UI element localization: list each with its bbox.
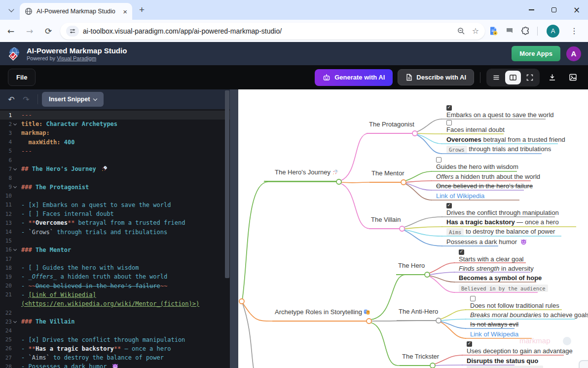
checkbox-unchecked[interactable] — [446, 120, 452, 125]
browser-profile-avatar[interactable]: A — [547, 25, 559, 38]
browser-menu-icon[interactable]: ⋮ — [570, 26, 578, 36]
user-avatar[interactable]: A — [566, 46, 581, 61]
wikipedia-link[interactable]: Link of Wikipedia — [436, 192, 484, 200]
download-button[interactable] — [544, 70, 560, 85]
mindmap-node-label[interactable]: The Villain — [371, 216, 401, 223]
markmap-brand-corner[interactable] — [579, 360, 588, 368]
node-circle[interactable] — [436, 318, 441, 323]
editor-line: 11- [x] Embarks on a quest to save the w… — [0, 201, 230, 209]
checkbox-unchecked[interactable] — [470, 296, 476, 301]
node-circle[interactable] — [430, 363, 435, 368]
zoom-out-icon[interactable] — [457, 27, 465, 35]
checkbox-checked[interactable] — [467, 341, 472, 347]
node-circle[interactable] — [412, 131, 417, 136]
leaf-text: Drives the conflict through manipulation — [446, 209, 559, 216]
mindmap-node-label[interactable]: The Protagonist — [369, 121, 414, 128]
bookmark-star-icon[interactable]: ☆ — [472, 26, 479, 36]
redo-button[interactable]: ↷ — [19, 95, 34, 104]
address-bar[interactable]: ai-toolbox.visual-paradigm.com/app/ai-po… — [60, 23, 485, 40]
undo-button[interactable]: ↶ — [4, 95, 19, 104]
code-editor[interactable]: 1---2title: Character Archetypes3markmap… — [0, 109, 230, 368]
rocket-emoji — [332, 169, 338, 175]
mindmap-canvas[interactable]: The Hero's JourneyThe ProtagonistThe Men… — [238, 89, 588, 368]
node-circle[interactable] — [336, 179, 341, 184]
checkbox-unchecked[interactable] — [436, 157, 441, 163]
fullscreen-view-button[interactable] — [522, 71, 538, 84]
label-extension-icon[interactable] — [505, 27, 514, 36]
line-content: - ~~Once believed in the hero's failure~… — [21, 283, 167, 289]
fold-toggle[interactable] — [12, 168, 18, 170]
chevron-down-icon — [13, 185, 17, 188]
describe-with-ai-button[interactable]: Describe with AI — [398, 69, 474, 85]
line-number: 20 — [0, 283, 12, 289]
mindmap-node-label[interactable]: The Hero — [398, 262, 425, 269]
editor-line: (<https://en.wikipedia.org/wiki/Mentor_(… — [0, 299, 230, 308]
fold-toggle[interactable] — [12, 249, 18, 250]
wikipedia-link[interactable]: Link of Wikipedia — [470, 330, 518, 338]
root-node-circle[interactable] — [239, 299, 244, 304]
editor-line: 2title: Character Archetypes — [0, 120, 230, 128]
mindmap-node-label[interactable]: The Trickster — [402, 353, 439, 360]
mindmap-node-label[interactable]: The Mentor — [371, 169, 404, 177]
leaf-text: Has a tragic backstory — [446, 218, 515, 226]
fold-toggle[interactable] — [12, 321, 18, 323]
line-content: - **Overcomes** betrayal from a trusted … — [21, 219, 185, 226]
doc-download-extension-icon[interactable] — [489, 26, 498, 36]
maximize-button[interactable] — [543, 0, 565, 20]
reload-button[interactable]: ⟳ — [40, 23, 56, 39]
checkbox-checked[interactable] — [459, 249, 464, 255]
back-button[interactable]: ← — [3, 23, 19, 39]
editor-scrollbar[interactable] — [225, 90, 229, 278]
node-circle[interactable] — [400, 226, 404, 231]
editor-view-button[interactable] — [488, 71, 504, 84]
new-tab-button[interactable]: + — [139, 4, 145, 15]
editor-line: 24 — [0, 327, 230, 335]
checkbox-checked[interactable] — [446, 203, 452, 208]
line-content: - _Offers_ a hidden truth about the worl… — [21, 273, 167, 280]
close-button[interactable]: × — [565, 0, 588, 20]
line-number: 8 — [0, 175, 12, 181]
line-number: 2 — [0, 121, 12, 127]
pane-divider[interactable] — [230, 89, 238, 368]
node-circle[interactable] — [425, 272, 430, 277]
visual-paradigm-link[interactable]: Visual Paradigm — [57, 55, 96, 61]
minimize-button[interactable] — [520, 0, 543, 20]
line-number: 3 — [0, 130, 12, 136]
leaf-text: Once believed in the hero's failure — [436, 182, 533, 190]
generate-with-ai-button[interactable]: Generate with AI — [315, 69, 393, 86]
editor-line: 10 — [0, 192, 230, 201]
tab-search-button[interactable] — [5, 4, 18, 17]
forward-button[interactable]: → — [22, 23, 37, 39]
split-view-button[interactable] — [505, 71, 521, 84]
download-icon — [548, 73, 556, 82]
file-menu-button[interactable]: File — [8, 69, 36, 86]
mindmap-node-label[interactable]: Archetype Roles in Storytelling — [275, 308, 370, 316]
node-circle[interactable] — [367, 319, 371, 324]
fold-toggle[interactable] — [12, 186, 18, 188]
line-number: 22 — [0, 310, 12, 316]
insert-snippet-button[interactable]: Insert Snippet — [42, 92, 104, 107]
split-view-icon — [509, 74, 517, 82]
rocket-emoji — [101, 165, 108, 172]
checkbox-checked[interactable] — [446, 105, 452, 111]
more-apps-button[interactable]: More Apps — [512, 46, 560, 61]
site-info-button[interactable] — [66, 26, 79, 37]
browser-tab[interactable]: AI-Powered Markmap Studio × — [20, 3, 132, 20]
node-circle[interactable] — [401, 180, 406, 185]
line-number: 13 — [0, 220, 12, 226]
fold-toggle[interactable] — [12, 123, 18, 125]
line-content: - [x] Embarks on a quest to save the wor… — [21, 202, 171, 208]
mindmap-node-label[interactable]: The Anti-Hero — [399, 308, 438, 315]
mindmap-node-label[interactable]: The Hero's Journey — [275, 168, 338, 176]
tab-close-icon[interactable]: × — [123, 8, 127, 15]
mindmap-leaf: Once believed in the hero's failure — [436, 182, 533, 190]
mindmap-link — [417, 134, 442, 144]
line-number: 28 — [0, 364, 12, 368]
extensions-puzzle-icon[interactable] — [521, 26, 530, 36]
chevron-down-icon — [13, 247, 17, 251]
globe-favicon-icon — [25, 7, 33, 15]
export-image-button[interactable] — [564, 70, 581, 85]
watermark-dot — [563, 337, 571, 345]
url-text: ai-toolbox.visual-paradigm.com/app/ai-po… — [83, 27, 282, 35]
mindmap-link — [441, 319, 466, 321]
